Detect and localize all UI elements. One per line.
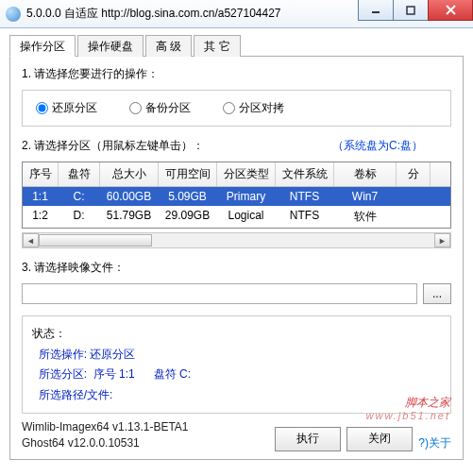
image-path-input[interactable] <box>22 283 417 304</box>
footer: Wimlib-Imagex64 v1.13.1-BETA1 Ghost64 v1… <box>22 419 451 451</box>
partition-grid[interactable]: 序号 盘符 总大小 可用空间 分区类型 文件系统 卷标 分 1:1C:60.00… <box>22 162 451 229</box>
section-image: 3. 请选择映像文件： ... <box>22 260 451 304</box>
browse-button[interactable]: ... <box>423 283 451 304</box>
tab-partition[interactable]: 操作分区 <box>9 35 76 57</box>
close-dialog-button[interactable]: 关闭 <box>346 427 413 451</box>
radio-backup[interactable]: 备份分区 <box>129 100 191 116</box>
table-row[interactable]: 1:2D:51.79GB29.09GBLogicalNTFS软件 <box>23 206 450 228</box>
tab-bar: 操作分区 操作硬盘 高 级 其 它 <box>9 34 464 57</box>
section-operation: 1. 请选择您要进行的操作： 还原分区 备份分区 分区对拷 <box>22 66 451 127</box>
maximize-button[interactable] <box>393 0 429 21</box>
grid-header: 序号 盘符 总大小 可用空间 分区类型 文件系统 卷标 分 <box>23 162 450 187</box>
radio-copy[interactable]: 分区对拷 <box>223 100 284 116</box>
grid-hscrollbar[interactable]: ◄ ► <box>22 232 451 248</box>
system-drive-hint: （系统盘为C:盘） <box>332 138 423 154</box>
col-free[interactable]: 可用空间 <box>159 162 217 186</box>
status-label: 状态： <box>32 324 441 345</box>
operation-radio-group: 还原分区 备份分区 分区对拷 <box>22 90 451 127</box>
status-path: 所选路径/文件: <box>32 385 441 406</box>
scroll-thumb[interactable] <box>39 234 152 246</box>
section2-title: 2. 请选择分区（用鼠标左键单击）： （系统盘为C:盘） <box>22 138 451 154</box>
col-extra[interactable]: 分 <box>397 162 431 186</box>
col-type[interactable]: 分区类型 <box>217 162 276 186</box>
col-label[interactable]: 卷标 <box>334 162 397 186</box>
close-button[interactable] <box>428 0 473 21</box>
status-partition: 所选分区: 序号 1:1 盘符 C: <box>32 365 441 385</box>
section-partition: 2. 请选择分区（用鼠标左键单击）： （系统盘为C:盘） 序号 盘符 总大小 可… <box>22 138 451 248</box>
execute-button[interactable]: 执行 <box>275 427 341 451</box>
tab-disk[interactable]: 操作硬盘 <box>77 35 144 57</box>
tab-advanced[interactable]: 高 级 <box>145 35 192 57</box>
svg-rect-1 <box>407 7 414 14</box>
version-info: Wimlib-Imagex64 v1.13.1-BETA1 Ghost64 v1… <box>22 419 269 451</box>
status-operation: 所选操作: 还原分区 <box>32 345 441 366</box>
col-fs[interactable]: 文件系统 <box>276 162 334 186</box>
titlebar: 5.0.0.0 自适应 http://blog.sina.com.cn/a527… <box>0 0 473 28</box>
status-box: 状态： 所选操作: 还原分区 所选分区: 序号 1:1 盘符 C: 所选路径/文… <box>22 315 451 414</box>
scroll-left-icon[interactable]: ◄ <box>23 233 39 247</box>
table-row[interactable]: 1:1C:60.00GB5.09GBPrimaryNTFSWin7 <box>23 187 450 206</box>
section1-title: 1. 请选择您要进行的操作： <box>22 66 451 82</box>
minimize-button[interactable] <box>358 0 394 21</box>
col-size[interactable]: 总大小 <box>100 162 159 186</box>
col-drive[interactable]: 盘符 <box>59 162 100 186</box>
about-link[interactable]: ?)关于 <box>418 435 451 451</box>
radio-restore[interactable]: 还原分区 <box>36 100 97 116</box>
tab-other[interactable]: 其 它 <box>194 35 240 57</box>
scroll-right-icon[interactable]: ► <box>434 233 450 247</box>
section3-title: 3. 请选择映像文件： <box>22 260 451 276</box>
col-index[interactable]: 序号 <box>23 162 59 186</box>
app-icon <box>6 7 21 22</box>
